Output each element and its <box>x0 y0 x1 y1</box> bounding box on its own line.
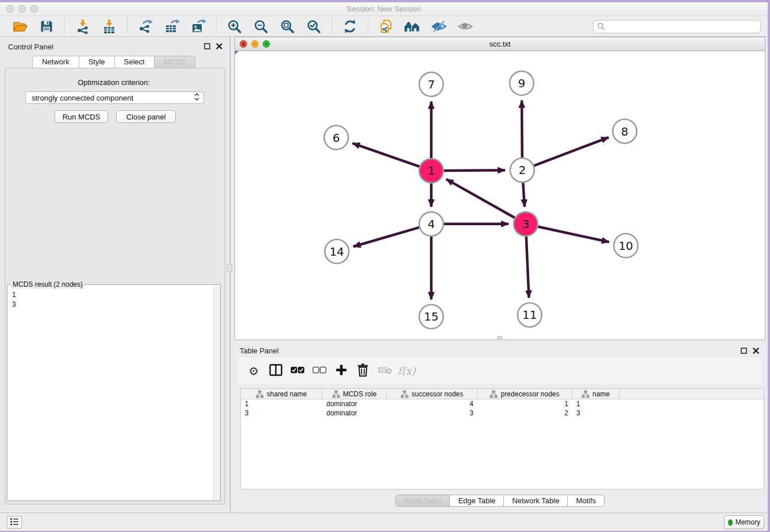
import-table-button[interactable] <box>101 18 117 34</box>
graph-node-11[interactable]: 11 <box>518 303 542 327</box>
graph-node-1[interactable]: 1 <box>419 159 444 183</box>
graph-node-4[interactable]: 4 <box>419 212 444 236</box>
tab-select[interactable]: Select <box>115 56 155 68</box>
column-label: MCDS role <box>343 390 377 398</box>
graph-node-7[interactable]: 7 <box>419 72 444 97</box>
close-table-panel-icon[interactable] <box>752 346 760 354</box>
select-all-button[interactable] <box>290 363 305 379</box>
close-panel-button[interactable]: Close panel <box>116 110 176 123</box>
refresh-button[interactable] <box>342 18 358 34</box>
float-table-panel-icon[interactable] <box>740 346 748 354</box>
table-panel-title: Table Panel <box>240 346 279 355</box>
first-neighbors-icon <box>404 20 421 33</box>
edge-2-3[interactable] <box>523 183 525 207</box>
column-header-name[interactable]: name <box>572 389 619 399</box>
memory-button[interactable]: Memory <box>724 515 764 529</box>
node-label: 7 <box>428 78 435 91</box>
cell-predecessor-nodes: 1 <box>478 399 572 408</box>
cell-MCDS-role: dominator <box>322 408 387 418</box>
open-file-button[interactable] <box>12 18 28 34</box>
column-label: name <box>592 390 610 398</box>
edge-4-14[interactable] <box>353 228 419 246</box>
table-row[interactable]: 1dominator411 <box>241 399 764 408</box>
edge-3-1[interactable] <box>446 179 515 218</box>
deselect-all-button[interactable] <box>311 363 327 379</box>
panel-splitter-grip[interactable] <box>227 264 232 272</box>
graph-node-8[interactable]: 8 <box>613 119 637 144</box>
select-all-icon <box>290 366 305 376</box>
tab-network-table[interactable]: Network Table <box>504 495 568 507</box>
column-header-MCDS-role[interactable]: MCDS role <box>322 389 387 399</box>
main-toolbar <box>0 17 768 37</box>
export-image-button[interactable] <box>190 18 206 34</box>
tab-node-table[interactable]: Node Table <box>395 495 451 507</box>
toolbar-separator <box>332 18 332 34</box>
control-panel-title: Control Panel <box>8 43 53 51</box>
result-line: 1 <box>12 290 213 300</box>
add-entry-icon <box>335 364 348 378</box>
tree-icon <box>582 390 590 398</box>
export-network-button[interactable] <box>137 18 153 34</box>
graph-node-6[interactable]: 6 <box>324 125 348 149</box>
show-all-button[interactable] <box>457 18 473 34</box>
zoom-selected-button[interactable] <box>306 18 322 34</box>
tab-style[interactable]: Style <box>79 56 115 68</box>
float-panel-icon[interactable] <box>203 42 211 50</box>
column-header-shared-name[interactable]: shared name <box>241 389 322 399</box>
settings-gear-button[interactable]: ⚙ <box>246 363 261 379</box>
add-entry-button[interactable] <box>333 363 349 379</box>
edge-2-9[interactable] <box>522 101 522 158</box>
network-canvas[interactable]: 1234678910111415 <box>235 51 765 340</box>
split-panel-button[interactable] <box>268 363 283 379</box>
node-label: 1 <box>428 164 435 178</box>
column-header-successor-nodes[interactable]: successor nodes <box>387 389 478 399</box>
mcds-result-box: MCDS result (2 nodes) 13 <box>7 284 221 501</box>
tab-edge-table[interactable]: Edge Table <box>450 495 504 507</box>
hide-selected-button[interactable] <box>431 18 447 34</box>
zoom-fit-button[interactable] <box>279 18 295 34</box>
titlebar: Session: New Session <box>0 2 768 16</box>
tab-mcds[interactable]: MCDS <box>155 56 195 68</box>
first-neighbors-button[interactable] <box>405 18 421 34</box>
graph-node-9[interactable]: 9 <box>510 71 534 95</box>
graph-node-2[interactable]: 2 <box>510 158 534 182</box>
graph-node-15[interactable]: 15 <box>419 304 444 329</box>
close-panel-icon[interactable] <box>215 42 223 50</box>
table-row[interactable]: 3dominator323 <box>241 408 764 418</box>
graph-node-3[interactable]: 3 <box>514 212 538 236</box>
run-mcds-button[interactable]: Run MCDS <box>55 110 108 123</box>
export-table-button[interactable] <box>164 18 180 34</box>
delete-table-button[interactable] <box>377 363 392 379</box>
deselect-all-icon <box>312 366 326 376</box>
edge-3-11[interactable] <box>526 237 529 298</box>
delete-entry-button[interactable] <box>355 363 371 379</box>
network-graph[interactable]: 1234678910111415 <box>235 51 765 340</box>
column-header-predecessor-nodes[interactable]: predecessor nodes <box>478 389 572 399</box>
import-network-button[interactable] <box>75 18 91 34</box>
search-input[interactable] <box>593 20 761 33</box>
delete-table-icon <box>378 365 392 377</box>
panel-splitter[interactable] <box>230 37 230 511</box>
save-session-button[interactable] <box>38 18 55 34</box>
edge-2-8[interactable] <box>534 137 609 165</box>
table-panel-tabs: Node TableEdge TableNetwork TableMotifs <box>234 489 765 511</box>
graph-node-14[interactable]: 14 <box>325 240 349 264</box>
edge-1-2[interactable] <box>444 170 505 171</box>
result-scrollbar[interactable] <box>213 287 220 500</box>
edge-1-6[interactable] <box>352 143 419 167</box>
tab-network[interactable]: Network <box>32 56 79 68</box>
edge-3-10[interactable] <box>538 226 609 242</box>
control-panel-tabs: NetworkStyleSelectMCDS <box>0 56 228 68</box>
network-window-titlebar: x–+ scc.txt <box>235 37 765 51</box>
function-builder-button[interactable]: f(x) <box>399 363 414 379</box>
zoom-out-button[interactable] <box>253 18 269 34</box>
graph-node-10[interactable]: 10 <box>614 234 638 258</box>
optimization-dropdown[interactable]: strongly connected component <box>25 91 204 104</box>
network-window-grip[interactable] <box>497 336 502 339</box>
duplicate-network-button[interactable] <box>378 18 394 34</box>
cell-MCDS-role: dominator <box>322 399 387 408</box>
task-history-button[interactable] <box>7 516 22 529</box>
zoom-in-button[interactable] <box>226 18 242 34</box>
cell-shared-name: 3 <box>241 408 322 418</box>
tab-motifs[interactable]: Motifs <box>568 495 605 507</box>
